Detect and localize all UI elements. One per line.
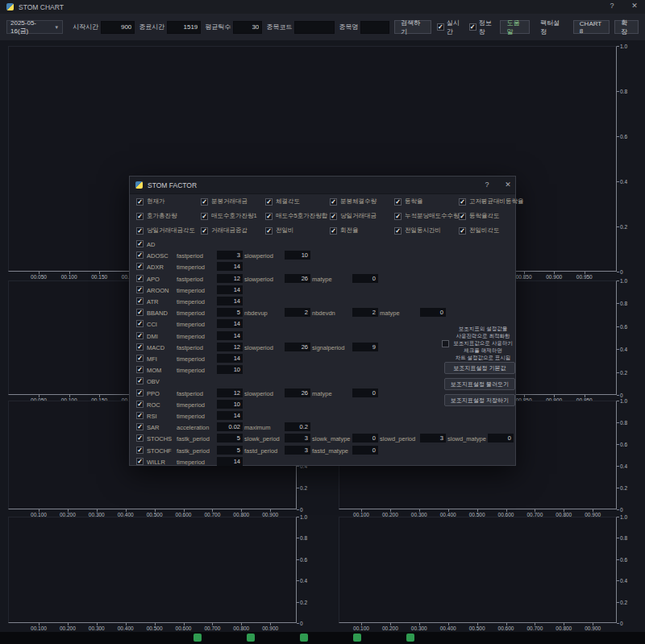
checkbox-정보창[interactable]: ✓ [469, 23, 476, 31]
field-input-2[interactable] [233, 21, 262, 34]
factor-checkbox-8[interactable]: ✓ [265, 213, 273, 220]
field-input-0[interactable] [101, 21, 135, 34]
indicator-checkbox-AD[interactable]: ✓ [136, 240, 144, 247]
param-value-input[interactable]: 12 [217, 274, 243, 283]
search-button[interactable]: 검색하기 [394, 20, 431, 34]
factor-checkbox-15[interactable]: ✓ [330, 227, 337, 235]
indicator-checkbox-APO[interactable]: ✓ [136, 275, 144, 282]
checkbox-실시간[interactable]: ✓ [437, 23, 444, 31]
factor-checkbox-16[interactable]: ✓ [394, 227, 402, 235]
indicator-checkbox-CCI[interactable]: ✓ [136, 320, 144, 327]
indicator-setting-button-1[interactable]: 보조지표설정 불러오기 [444, 378, 515, 390]
dialog-close-button[interactable]: ✕ [502, 181, 514, 189]
param-value-input[interactable]: 5 [217, 308, 243, 317]
param-value-input[interactable]: 14 [217, 285, 243, 294]
param-value-input[interactable]: 0 [352, 274, 378, 283]
param-value-input[interactable]: 5 [217, 446, 243, 455]
indicator-checkbox-AROON[interactable]: ✓ [136, 286, 144, 293]
indicator-checkbox-STOCHF[interactable]: ✓ [136, 447, 144, 454]
factor-checkbox-4[interactable]: ✓ [394, 198, 402, 206]
indicator-checkbox-MACD[interactable]: ✓ [136, 343, 144, 351]
param-value-input[interactable]: 26 [285, 274, 310, 283]
factor-checkbox-6[interactable]: ✓ [136, 213, 144, 220]
indicator-checkbox-MOM[interactable]: ✓ [136, 366, 144, 373]
param-value-input[interactable]: 3 [285, 434, 310, 442]
dialog-help-button[interactable]: ? [481, 181, 493, 189]
param-value-input[interactable]: 14 [217, 262, 243, 271]
param-value-input[interactable]: 14 [217, 354, 243, 363]
factor-checkbox-7[interactable]: ✓ [201, 213, 208, 220]
indicator-checkbox-SAR[interactable]: ✓ [136, 423, 144, 430]
window-close-button[interactable]: ✕ [629, 2, 640, 10]
param-value-input[interactable]: 3 [285, 446, 310, 455]
factor-checkbox-11[interactable]: ✓ [459, 213, 466, 220]
factor-checkbox-9[interactable]: ✓ [330, 213, 337, 220]
indicator-checkbox-ATR[interactable]: ✓ [136, 297, 144, 305]
indicator-setting-button-2[interactable]: 보조지표설정 저장하기 [444, 394, 515, 406]
param-value-input[interactable]: 26 [285, 388, 310, 397]
param-value-input[interactable]: 0.02 [217, 422, 243, 431]
taskbar-app-icon[interactable] [406, 634, 414, 642]
param-value-input[interactable]: 0 [352, 446, 378, 455]
param-value-input[interactable]: 5 [217, 434, 243, 442]
param-value-input[interactable]: 2 [285, 308, 310, 317]
factor-checkbox-17[interactable]: ✓ [459, 227, 466, 235]
indicator-checkbox-RSI[interactable]: ✓ [136, 412, 144, 419]
indicator-checkbox-BBAND[interactable]: ✓ [136, 309, 144, 316]
param-value-input[interactable]: 14 [217, 297, 243, 305]
field-input-4[interactable] [360, 21, 389, 34]
date-select[interactable]: 2025-05-16(금) ▼ [6, 20, 63, 34]
taskbar-app-icon[interactable] [247, 634, 255, 642]
indicator-checkbox-WILLR[interactable]: ✓ [136, 458, 144, 465]
param-value-input[interactable]: 0 [488, 434, 514, 442]
param-value-input[interactable]: 0 [420, 308, 446, 317]
param-value-input[interactable]: 10 [217, 365, 243, 374]
indicator-checkbox-ROC[interactable]: ✓ [136, 401, 144, 408]
param-value-input[interactable]: 12 [217, 343, 243, 351]
param-value-input[interactable]: 0.2 [285, 422, 310, 431]
param-value-input[interactable]: 14 [217, 331, 243, 340]
chart-count-button[interactable]: CHART 8 [573, 20, 610, 34]
field-input-1[interactable] [167, 21, 201, 34]
param-value-input[interactable]: 14 [217, 319, 243, 328]
param-value-input[interactable]: 2 [352, 308, 378, 317]
factor-checkbox-14[interactable]: ✓ [265, 227, 273, 235]
taskbar-app-icon[interactable] [194, 634, 202, 642]
field-input-3[interactable] [294, 21, 335, 34]
indicator-checkbox-DMI[interactable]: ✓ [136, 332, 144, 339]
factor-checkbox-5[interactable]: ✓ [459, 198, 466, 206]
factor-checkbox-2[interactable]: ✓ [265, 198, 273, 206]
factor-checkbox-13[interactable]: ✓ [201, 227, 208, 235]
note-checkbox[interactable] [442, 340, 449, 347]
param-value-input[interactable]: 26 [285, 343, 310, 351]
taskbar-app-icon[interactable] [353, 634, 361, 642]
indicator-setting-button-0[interactable]: 보조지표설정 기본값 [444, 362, 515, 374]
indicator-checkbox-ADOSC[interactable]: ✓ [136, 251, 144, 259]
param-value-input[interactable]: 0 [352, 434, 378, 442]
factor-checkbox-10[interactable]: ✓ [394, 213, 402, 220]
indicator-checkbox-ADXR[interactable]: ✓ [136, 263, 144, 270]
param-value-input[interactable]: 10 [285, 251, 310, 260]
indicator-checkbox-STOCHS[interactable]: ✓ [136, 434, 144, 442]
help-button[interactable]: 도움말 [500, 20, 530, 34]
indicator-checkbox-PPO[interactable]: ✓ [136, 389, 144, 397]
factor-checkbox-12[interactable]: ✓ [136, 227, 144, 235]
param-value-input[interactable]: 14 [217, 411, 243, 420]
param-value-input[interactable]: 0 [352, 388, 378, 397]
factor-checkbox-3[interactable]: ✓ [330, 198, 337, 206]
expand-button[interactable]: 확장 [614, 20, 639, 34]
param-value-input[interactable]: 14 [217, 457, 243, 466]
window-help-button[interactable]: ? [606, 2, 618, 10]
param-value-input[interactable]: 3 [217, 251, 243, 260]
factor-settings-button[interactable]: 팩터설정 [535, 20, 568, 34]
indicator-checkbox-MFI[interactable]: ✓ [136, 355, 144, 362]
chart-pane[interactable] [8, 517, 297, 623]
param-value-input[interactable]: 10 [217, 400, 243, 409]
chart-pane[interactable] [339, 517, 617, 623]
param-value-input[interactable]: 9 [352, 343, 378, 351]
indicator-checkbox-OBV[interactable]: ✓ [136, 377, 144, 384]
param-value-input[interactable]: 3 [420, 434, 446, 442]
taskbar-app-icon[interactable] [300, 634, 308, 642]
factor-checkbox-0[interactable]: ✓ [136, 198, 144, 206]
param-value-input[interactable]: 12 [217, 388, 243, 397]
